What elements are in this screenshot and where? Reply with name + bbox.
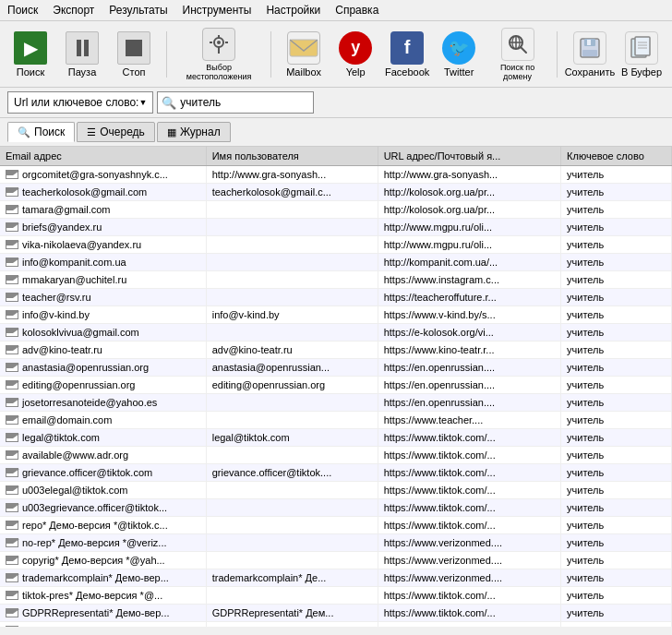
email-icon [6,310,18,319]
twitter-button[interactable]: 🐦 Twitter [436,31,482,78]
save-button-label: Сохранить [565,66,616,78]
queue-tab-icon: ☰ [87,126,96,138]
cell-keyword: учитель [561,306,672,324]
facebook-icon: f [390,31,424,65]
table-row[interactable]: editing@openrussian.orgediting@openrussi… [0,377,672,394]
table-row[interactable]: u003elegal@tiktok.comhttps://www.tiktok.… [0,482,672,499]
table-row[interactable]: copyrig* Демо-версия *@yah...https://www… [0,552,672,569]
cell-url: http://kolosok.org.ua/pr... [378,201,560,219]
table-row[interactable]: mmakaryan@uchitel.ruhttps://www.instagra… [0,271,672,289]
stop-button-label: Стоп [123,66,146,78]
email-icon [6,468,18,477]
table-row[interactable]: no-rep* Демо-версия *@veriz...https://ww… [0,534,672,552]
tab-search[interactable]: 🔍 Поиск [7,122,75,142]
toolbar-separator-2 [270,31,271,78]
table-row[interactable]: legal@tiktok.comlegal@tiktok.comhttps://… [0,429,672,447]
mailbox-button[interactable]: Mailbox [281,31,327,78]
cell-username [206,394,378,412]
cell-email: kolosoklvivua@gmail.com [0,324,206,341]
email-icon [6,433,18,442]
table-row[interactable]: kolosoklvivua@gmail.comhttps://e-kolosok… [0,324,672,341]
cell-email: GDPRRepresentati* Демо-вер... [0,605,206,622]
cell-email: no-rep* Демо-версия *@veriz... [0,534,206,552]
cell-url: http://www.mgpu.ru/oli... [378,236,560,254]
cell-url: https://www.verizonmed.... [378,622,560,628]
table-row[interactable]: vika-nikolaeva@yandex.ruhttp://www.mgpu.… [0,236,672,254]
cell-keyword: учитель [561,219,672,236]
table-row[interactable]: adv@kino-teatr.ruadv@kino-teatr.ruhttps:… [0,341,672,359]
table-row[interactable]: trademar* Демо-версия *@oa...trademar* Д… [0,622,672,628]
cell-url: https://teacheroffuture.r... [378,289,560,306]
search-button[interactable]: Поиск [7,31,54,78]
save-icon [573,31,606,65]
tab-journal-label: Журнал [180,126,221,138]
menu-item-export[interactable]: Экспорт [53,4,94,17]
search-input-wrap: 🔍 [157,91,314,114]
yelp-button[interactable]: y Yelp [332,31,378,78]
table-row[interactable]: grievance.officer@tiktok.comgrievance.of… [0,464,672,482]
save-button[interactable]: Сохранить [567,31,613,78]
menu-item-results[interactable]: Результаты [109,4,167,17]
table-row[interactable]: briefs@yandex.ruhttp://www.mgpu.ru/oli..… [0,219,672,236]
cell-username [206,219,378,236]
menu-item-tools[interactable]: Инструменты [183,4,252,17]
cell-url: https://www.v-kind.by/s... [378,306,560,324]
col-url[interactable]: URL адрес/Почтовый я... [378,147,560,166]
table-row[interactable]: repo* Демо-версия *@tiktok.c...https://w… [0,517,672,534]
tab-search-label: Поиск [34,126,65,138]
menu-item-settings[interactable]: Настройки [266,4,320,17]
table-row[interactable]: available@www.adr.orghttps://www.tiktok.… [0,447,672,464]
col-username[interactable]: Имя пользователя [206,147,378,166]
search-domain-button-label: Поиск по домену [487,63,547,81]
stop-button[interactable]: Стоп [111,31,157,78]
table-row[interactable]: orgcomitet@gra-sonyashnyk.c...http://www… [0,166,672,184]
table-row[interactable]: info@kompanit.com.uahttp://kompanit.com.… [0,254,672,271]
tab-queue[interactable]: ☰ Очередь [77,122,155,142]
search-domain-button[interactable]: Поиск по домену [487,28,547,81]
cell-username [206,271,378,289]
svg-rect-14 [582,50,597,56]
table-row[interactable]: teacherkolosok@gmail.comteacherkolosok@g… [0,184,672,201]
search-input[interactable] [180,96,309,109]
location-icon [202,28,235,61]
menu-item-search[interactable]: Поиск [7,4,38,17]
cell-email: tiktok-pres* Демо-версия *@... [0,587,206,605]
table-row[interactable]: GDPRRepresentati* Демо-вер...GDPRReprese… [0,605,672,622]
toolbar-separator-3 [557,31,558,78]
table-row[interactable]: teacher@rsv.ruhttps://teacheroffuture.r.… [0,289,672,306]
location-button-label: Выбор местоположения [176,63,261,81]
cell-email: info@v-kind.by [0,306,206,324]
cell-keyword: учитель [561,622,672,628]
table-row[interactable]: tamara@gmail.comhttp://kolosok.org.ua/pr… [0,201,672,219]
search-type-dropdown[interactable]: Url или ключевое слово: [7,91,153,114]
pause-button-label: Пауза [68,66,97,78]
svg-point-5 [217,41,221,44]
search-tab-icon: 🔍 [18,126,30,138]
table-row[interactable]: u003egrievance.officer@tiktok...https://… [0,499,672,517]
col-email[interactable]: Email адрес [0,147,206,166]
play-icon [14,31,47,65]
cell-keyword: учитель [561,324,672,341]
buffer-button[interactable]: В Буфер [618,31,665,78]
col-keyword[interactable]: Ключевое слово [561,147,672,166]
twitter-icon: 🐦 [442,31,475,65]
table-row[interactable]: email@domain.comhttps://www.teacher....у… [0,412,672,429]
cell-keyword: учитель [561,341,672,359]
cell-keyword: учитель [561,517,672,534]
tab-journal[interactable]: ▦ Журнал [157,122,231,142]
menu-item-help[interactable]: Справка [335,4,378,17]
facebook-button[interactable]: f Facebook [384,31,430,78]
location-button[interactable]: Выбор местоположения [176,28,261,81]
table-row[interactable]: josetorresanoteide@yahoo.eshttps://en.op… [0,394,672,412]
table-row[interactable]: tiktok-pres* Демо-версия *@...https://ww… [0,587,672,605]
cell-url: https://www.tiktok.com/... [378,464,560,482]
cell-email: teacher@rsv.ru [0,289,206,306]
table-row[interactable]: anastasia@openrussian.organastasia@openr… [0,359,672,377]
pause-button[interactable]: Пауза [59,31,105,78]
table-row[interactable]: info@v-kind.byinfo@v-kind.byhttps://www.… [0,306,672,324]
cell-url: https://e-kolosok.org/vi... [378,324,560,341]
menu-bar: Поиск Экспорт Результаты Инструменты Нас… [0,0,672,21]
table-row[interactable]: trademarkcomplain* Демо-вер...trademarkc… [0,569,672,587]
toolbar-separator-1 [166,31,167,78]
cell-keyword: учитель [561,359,672,377]
